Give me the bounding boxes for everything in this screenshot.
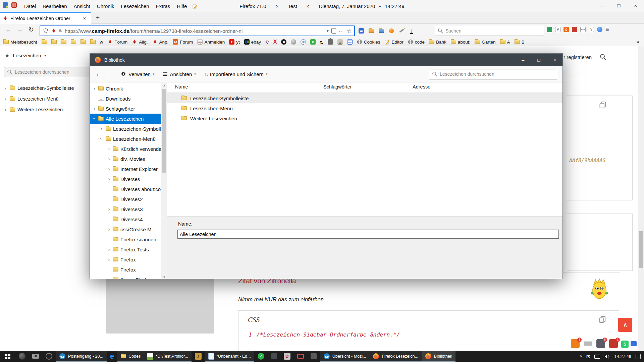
column-address[interactable]: Adresse (413, 84, 430, 89)
name-field-input[interactable]: Alle Lesezeichen (177, 230, 559, 239)
tree-item-internet-explorer[interactable]: ›Internet Explorer (90, 164, 162, 174)
bookmark-icon-tumblr[interactable]: t. (320, 39, 323, 45)
bookmark-folder[interactable] (71, 40, 76, 44)
tree-item-div-movies[interactable]: ›div. Movies (90, 154, 162, 164)
tree-item-diverses-aboutcor[interactable]: Diverses about:cor (90, 184, 162, 194)
chevron-right-icon[interactable]: › (107, 167, 111, 171)
tree-item-diverses3[interactable]: ›Diverses3 (90, 204, 162, 214)
window-close-button[interactable]: × (627, 0, 644, 12)
chevron-right-icon[interactable]: › (107, 207, 111, 212)
url-text[interactable]: https://www.camp-firefox.de/forum/thema/… (65, 28, 324, 34)
bookmark-icon-globe-blue[interactable]: ⊕ (301, 39, 306, 45)
bookmark-item-w[interactable]: w (100, 40, 103, 45)
library-search-input[interactable]: Lesezeichen durchsuchen (429, 69, 557, 79)
active-tab[interactable]: Firefox Lesezeichen Ordner × (0, 12, 91, 24)
chevron-down-icon[interactable]: › (99, 137, 104, 141)
forward-button[interactable]: → (14, 26, 25, 34)
bookmark-item-anmelden[interactable]: wpAnmelden (197, 39, 225, 45)
extension-icon-6[interactable] (597, 27, 602, 32)
notification-center-icon[interactable] (636, 354, 641, 359)
library-titlebar[interactable]: Bibliothek – □ × (90, 54, 562, 66)
taskbar-quick-icon-camera[interactable] (29, 351, 42, 362)
menu-extras[interactable]: Extras (153, 0, 174, 12)
bookmarks-overflow-icon[interactable]: » (636, 39, 644, 45)
tree-item-symbolleiste[interactable]: ›Lesezeichen-Symboll (90, 124, 162, 134)
library-minimize-button[interactable]: – (515, 54, 531, 66)
chevron-down-icon[interactable]: › (92, 117, 97, 121)
menu-lesezeichen[interactable]: Lesezeichen (117, 0, 152, 12)
scroll-to-top-button[interactable]: ∧ (618, 318, 632, 332)
extension-icon-2[interactable]: V (555, 27, 560, 32)
manage-menu-button[interactable]: Verwalten▾ (121, 71, 154, 77)
bookmark-folder[interactable] (61, 40, 66, 44)
chevron-right-icon[interactable]: › (107, 257, 111, 262)
bookmark-item-forum[interactable]: Forum (107, 39, 127, 45)
taskbar-quick-icon-1[interactable] (15, 351, 29, 362)
url-dropdown-icon[interactable]: ▾ (327, 29, 329, 33)
menu-chronik[interactable]: Chronik (94, 0, 118, 12)
extension-icon-1[interactable] (547, 27, 552, 32)
chevron-right-icon[interactable]: › (107, 227, 111, 232)
taskbar-button-notepadpp[interactable]: *D:\Test\Profilor... (144, 351, 192, 362)
bookmark-star-icon[interactable]: ☆ (347, 28, 352, 34)
column-tags[interactable]: Schlagwörter (323, 84, 352, 89)
bookmark-folder-a[interactable]: A (500, 40, 510, 45)
bookmark-item-allg[interactable]: Allg. (132, 39, 148, 45)
tree-item-css-grease[interactable]: ›css/Grease M (90, 224, 162, 234)
extension-icon-css[interactable]: css (580, 27, 586, 32)
register-link[interactable]: r registrieren (564, 54, 592, 60)
bookmark-folder-meistbesucht[interactable]: Meistbesucht (3, 40, 37, 45)
taskbar-button-tb-uebersicht[interactable]: Übersicht - Mozi... (320, 351, 370, 362)
sidebar-item-symbolleiste[interactable]: › Lesezeichen-Symbolleiste (0, 83, 97, 93)
taskbar-quick-icon-opera[interactable] (42, 351, 56, 362)
calendar-grid-icon[interactable] (11, 2, 17, 8)
reload-button[interactable]: ↻ (25, 26, 37, 34)
tree-item-diverses[interactable]: ›Diverses (90, 174, 162, 184)
notes-pencil-icon[interactable] (192, 4, 198, 9)
taskbar-button-device[interactable] (268, 351, 280, 362)
chevron-right-icon[interactable]: › (3, 97, 7, 101)
bookmark-folder-b[interactable]: B (515, 40, 525, 45)
page-actions-icon[interactable]: ··· (339, 28, 344, 34)
overlay-icon-red[interactable]: 1 (609, 339, 618, 348)
taskbar-button-d[interactable]: D (280, 351, 294, 362)
taskbar-button-mail[interactable]: Posteingang - 20... (56, 351, 107, 362)
tree-item-firefox2[interactable]: Firefox (90, 264, 162, 275)
app-menu-icon[interactable]: ≡ (605, 26, 609, 33)
bookmark-item-ebay[interactable]: ebay (244, 39, 261, 45)
chevron-right-icon[interactable]: › (3, 107, 7, 112)
tree-item-downloads[interactable]: ↓Downloads (90, 94, 162, 104)
bookmark-item-anp[interactable]: Anp. (152, 39, 169, 45)
library-maximize-button[interactable]: □ (531, 54, 547, 66)
extension-icon-5[interactable]: V (589, 27, 594, 32)
sidebar-search-input[interactable]: Lesezeichen durchsuchen (4, 67, 93, 77)
taskbar-button-box[interactable] (307, 351, 320, 362)
bookmark-icon-image[interactable] (337, 39, 343, 45)
window-minimize-button[interactable]: – (594, 0, 610, 12)
copy-code-icon[interactable] (599, 316, 606, 323)
bookmark-item-code[interactable]: code (408, 39, 425, 45)
overlay-keyboard-blue-icon[interactable] (631, 341, 637, 346)
bookmark-folder[interactable] (42, 40, 47, 44)
chevron-right-icon[interactable]: › (3, 86, 7, 90)
sidebar-folder-orange-icon[interactable] (366, 26, 376, 36)
bookmark-folder[interactable] (80, 40, 86, 44)
scroll-up-icon[interactable]: ∧ (161, 83, 167, 88)
tree-item-diverses4[interactable]: Diverses4 (90, 214, 162, 224)
bookmark-item-cookies[interactable]: Cookies (357, 39, 380, 45)
chevron-right-icon[interactable]: › (107, 146, 111, 151)
library-close-button[interactable]: × (547, 54, 562, 66)
bookmark-icon-github[interactable] (281, 39, 286, 45)
chevron-right-icon[interactable]: › (92, 106, 96, 111)
tray-display-icon[interactable] (594, 355, 600, 359)
search-bar[interactable]: Suchen (435, 26, 544, 36)
bookmark-icon-x[interactable]: X (273, 39, 277, 45)
list-row-weitere[interactable]: Weitere Lesezeichen (167, 113, 562, 123)
menu-datei[interactable]: Datei (21, 0, 39, 12)
shield-icon[interactable] (43, 28, 48, 34)
bookmark-icon-puzzle[interactable] (328, 39, 333, 45)
tray-mail-icon[interactable]: ✉ (586, 354, 590, 359)
tree-item-firefox-scannen[interactable]: Firefox scannen (90, 234, 162, 244)
bookmark-icon-green-app[interactable]: B (310, 39, 316, 45)
sidebar-header[interactable]: ★ Lesezeichen ▾ (5, 52, 46, 59)
